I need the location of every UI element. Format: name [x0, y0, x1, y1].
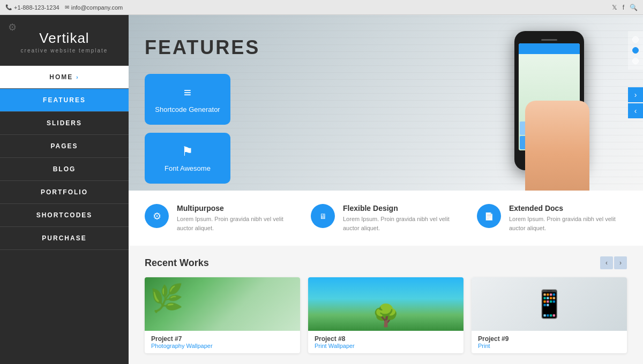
hero-section: FeaTURES ≡ Shortcode Generator ⚑ Font Aw… [129, 15, 643, 191]
sidebar-item-portfolio[interactable]: PORTFOLIO [0, 181, 129, 204]
flexible-design-text: Flexible Design Lorem Ipsum. Proin gravi… [343, 204, 461, 232]
work-info-project8: Project #8 Print Wallpaper [308, 331, 463, 353]
sidebar-item-purchase[interactable]: PURCHASE [0, 227, 129, 250]
list-icon: ≡ [184, 85, 191, 100]
work-thumb-project9 [472, 277, 627, 331]
sidebar-item-home[interactable]: HOME › [0, 66, 129, 89]
slide-dots [628, 31, 643, 70]
hero-navigation: › ‹ [628, 87, 643, 118]
work-item-project8: Project #8 Print Wallpaper [308, 277, 463, 353]
slide-dot-1[interactable] [632, 36, 639, 43]
recent-works-header: Recent Works ‹ › [145, 256, 627, 269]
sidebar-item-features[interactable]: FEATURES [0, 89, 129, 112]
flexible-design-title: Flexible Design [343, 204, 461, 213]
feature-extended-docs: 📄 Extended Docs Lorem Ipsum. Proin gravi… [477, 204, 627, 232]
sidebar: Vertikal creative website template HOME … [0, 15, 129, 364]
phone-number: +1-888-123-1234 [5, 4, 59, 11]
work-info-project7: Project #7 Photography Wallpaper [145, 331, 300, 353]
shortcode-generator-button[interactable]: ≡ Shortcode Generator [145, 74, 230, 125]
sidebar-item-shortcodes[interactable]: SHORTCODES [0, 204, 129, 227]
multipurpose-icon: ⚙ [145, 204, 169, 228]
chevron-right-icon: › [76, 74, 79, 80]
works-grid: Project #7 Photography Wallpaper Project… [145, 277, 627, 353]
hero-buttons: ≡ Shortcode Generator ⚑ Font Awesome [145, 74, 230, 184]
feature-flexible-design: 🖥 Flexible Design Lorem Ipsum. Proin gra… [311, 204, 461, 232]
phone-speaker [541, 39, 557, 41]
facebook-icon[interactable]: f [623, 4, 624, 11]
multipurpose-desc: Lorem Ipsum. Proin gravida nibh vel veli… [177, 215, 295, 232]
website-container: Vertikal creative website template HOME … [0, 15, 643, 364]
browser-social-icons: 𝕏 f 🔍 [612, 4, 638, 11]
slide-dot-2[interactable] [632, 47, 639, 54]
home-label: HOME [49, 73, 73, 81]
work-cat-project9[interactable]: Print [478, 343, 620, 349]
recent-works-section: Recent Works ‹ › Project #7 Photography … [129, 246, 643, 364]
extended-docs-title: Extended Docs [509, 204, 627, 213]
phone-screen-header [519, 43, 580, 54]
extended-docs-icon: 📄 [477, 204, 501, 228]
extended-docs-text: Extended Docs Lorem Ipsum. Proin gravida… [509, 204, 627, 232]
work-item-project9: Project #9 Print [472, 277, 627, 353]
works-next-button[interactable]: › [614, 256, 627, 269]
logo-subtitle: creative website template [11, 48, 118, 54]
work-num-project9: Project #9 [478, 335, 620, 343]
sidebar-item-sliders[interactable]: SLIDERS [0, 112, 129, 135]
work-cat-project8[interactable]: Print Wallpaper [315, 343, 457, 349]
recent-works-title: Recent Works [145, 257, 209, 269]
flag-icon: ⚑ [182, 144, 193, 159]
hero-heading: FeaTURES [145, 36, 260, 59]
phone-mockup [482, 26, 600, 191]
slide-dot-3[interactable] [632, 58, 639, 64]
sidebar-item-blog[interactable]: BLOG [0, 158, 129, 181]
works-navigation: ‹ › [600, 256, 627, 269]
browser-toolbar: +1-888-123-1234 info@company.com 𝕏 f 🔍 [0, 0, 643, 15]
hero-prev-button[interactable]: ‹ [628, 103, 643, 118]
extended-docs-desc: Lorem Ipsum. Proin gravida nibh vel veli… [509, 215, 627, 232]
twitter-icon[interactable]: 𝕏 [612, 4, 617, 11]
email-address: info@company.com [65, 4, 123, 11]
hero-next-button[interactable]: › [628, 87, 643, 102]
logo-area: Vertikal creative website template [0, 15, 129, 66]
work-num-project7: Project #7 [151, 335, 294, 343]
flexible-design-icon: 🖥 [311, 204, 335, 228]
works-prev-button[interactable]: ‹ [600, 256, 613, 269]
font-awesome-button[interactable]: ⚑ Font Awesome [145, 133, 230, 184]
work-num-project8: Project #8 [315, 335, 457, 343]
work-info-project9: Project #9 Print [472, 331, 627, 353]
work-thumb-project8 [308, 277, 463, 331]
main-content: FeaTURES ≡ Shortcode Generator ⚑ Font Aw… [129, 15, 643, 364]
work-item-project7: Project #7 Photography Wallpaper [145, 277, 300, 353]
nav-menu: HOME › FEATURES SLIDERS PAGES BLOG PORTF… [0, 66, 129, 250]
font-awesome-label: Font Awesome [165, 164, 211, 172]
shortcode-generator-label: Shortcode Generator [155, 105, 220, 113]
feature-multipurpose: ⚙ Multipurpose Lorem Ipsum. Proin gravid… [145, 204, 295, 232]
work-cat-project7[interactable]: Photography Wallpaper [151, 343, 294, 349]
sidebar-item-pages[interactable]: PAGES [0, 135, 129, 158]
multipurpose-title: Multipurpose [177, 204, 295, 213]
flexible-design-desc: Lorem Ipsum. Proin gravida nibh vel veli… [343, 215, 461, 232]
features-section: ⚙ Multipurpose Lorem Ipsum. Proin gravid… [129, 191, 643, 246]
work-thumb-project7 [145, 277, 300, 331]
browser-contact-info: +1-888-123-1234 info@company.com [5, 4, 123, 11]
gear-icon: ⚙ [8, 21, 17, 33]
logo-title: Vertikal [11, 30, 118, 47]
hand-illustration [525, 101, 589, 191]
search-icon[interactable]: 🔍 [630, 4, 638, 11]
multipurpose-text: Multipurpose Lorem Ipsum. Proin gravida … [177, 204, 295, 232]
